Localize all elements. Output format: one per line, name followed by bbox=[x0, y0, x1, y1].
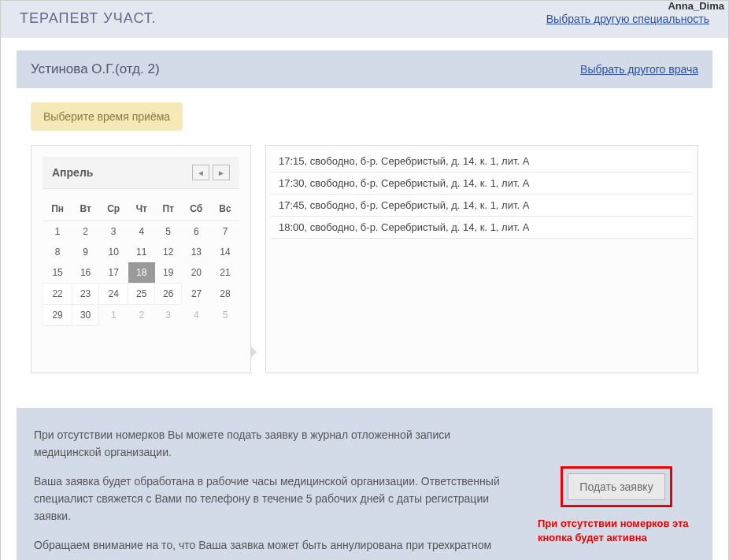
calendar-day[interactable]: 8 bbox=[43, 242, 72, 262]
speciality-title: ТЕРАПЕВТ УЧАСТ. bbox=[20, 10, 157, 27]
calendar-weekday: Вт bbox=[72, 197, 99, 221]
calendar-day[interactable]: 4 bbox=[128, 221, 155, 243]
timeslots-panel: 17:15, свободно, б-р. Серебристый, д. 14… bbox=[265, 145, 698, 373]
deferred-request-box: При отсутствии номерков Вы можете подать… bbox=[17, 408, 712, 560]
submit-request-button[interactable]: Подать заявку bbox=[568, 473, 664, 500]
calendar-day[interactable]: 24 bbox=[98, 284, 128, 305]
calendar-day[interactable]: 1 bbox=[43, 221, 72, 243]
calendar-day[interactable]: 19 bbox=[155, 262, 182, 284]
calendar-day[interactable]: 27 bbox=[182, 284, 211, 305]
calendar-day[interactable]: 14 bbox=[211, 242, 239, 262]
calendar-day[interactable]: 20 bbox=[182, 262, 211, 284]
calendar-day[interactable]: 9 bbox=[72, 242, 99, 262]
calendar-day[interactable]: 25 bbox=[128, 284, 155, 305]
watermark-user: Anna_Dima bbox=[668, 0, 724, 12]
app-container: ТЕРАПЕВТ УЧАСТ. Выбрать другую специальн… bbox=[0, 0, 729, 560]
doctor-name: Устинова О.Г.(отд. 2) bbox=[31, 61, 160, 77]
timeslot-item[interactable]: 18:00, свободно, б-р. Серебристый, д. 14… bbox=[271, 217, 693, 239]
submit-highlight-frame: Подать заявку bbox=[561, 466, 672, 507]
calendar-weekday: Сб bbox=[182, 197, 211, 221]
calendar-day[interactable]: 2 bbox=[72, 221, 99, 243]
note-paragraph-2: Ваша заявка будет обработана в рабочие ч… bbox=[34, 473, 514, 525]
panels: Апрель ◄ ► ПнВтСрЧтПтСбВс 12345678910111… bbox=[31, 145, 698, 373]
calendar-nav: ◄ ► bbox=[192, 165, 230, 180]
calendar-day[interactable]: 28 bbox=[211, 284, 239, 305]
submit-hint-text: При отсутствии номерков эта кнопка будет… bbox=[538, 517, 695, 544]
select-time-badge: Выберите время приёма bbox=[31, 102, 183, 131]
deferred-request-text: При отсутствии номерков Вы можете подать… bbox=[34, 427, 514, 560]
calendar-day[interactable]: 7 bbox=[211, 221, 239, 243]
calendar-day[interactable]: 10 bbox=[98, 242, 128, 262]
calendar-day[interactable]: 1 bbox=[98, 305, 128, 326]
calendar-day[interactable]: 21 bbox=[211, 262, 239, 284]
calendar-day[interactable]: 29 bbox=[43, 305, 72, 326]
calendar-day[interactable]: 18 bbox=[128, 262, 155, 284]
calendar-weekday: Вс bbox=[211, 197, 239, 221]
note-paragraph-3: Обращаем внимание на то, что Ваша заявка… bbox=[34, 537, 514, 560]
calendar-weekday: Пт bbox=[155, 197, 182, 221]
prev-month-button[interactable]: ◄ bbox=[192, 165, 209, 180]
calendar-day[interactable]: 17 bbox=[98, 262, 128, 284]
calendar-table: ПнВтСрЧтПтСбВс 1234567891011121314151617… bbox=[43, 197, 239, 326]
calendar-day[interactable]: 15 bbox=[43, 262, 72, 284]
doctor-header: Устинова О.Г.(отд. 2) Выбрать другого вр… bbox=[17, 50, 712, 88]
calendar-day[interactable]: 16 bbox=[72, 262, 99, 284]
calendar-day[interactable]: 6 bbox=[182, 221, 211, 243]
main-content: Выберите время приёма Апрель ◄ ► ПнВтСрЧ… bbox=[17, 88, 712, 395]
calendar-day[interactable]: 3 bbox=[155, 305, 182, 326]
timeslot-item[interactable]: 17:45, свободно, б-р. Серебристый, д. 14… bbox=[271, 195, 693, 217]
change-doctor-link[interactable]: Выбрать другого врача bbox=[580, 63, 698, 76]
calendar-panel: Апрель ◄ ► ПнВтСрЧтПтСбВс 12345678910111… bbox=[31, 145, 251, 373]
calendar-month-name: Апрель bbox=[52, 166, 93, 179]
deferred-request-action: Подать заявку При отсутствии номерков эт… bbox=[538, 427, 695, 560]
calendar-weekday: Чт bbox=[128, 197, 155, 221]
speciality-header: ТЕРАПЕВТ УЧАСТ. Выбрать другую специальн… bbox=[1, 1, 728, 38]
calendar-day[interactable]: 26 bbox=[155, 284, 182, 305]
calendar-day[interactable]: 4 bbox=[182, 305, 211, 326]
note-paragraph-1: При отсутствии номерков Вы можете подать… bbox=[34, 427, 514, 461]
calendar-month-row: Апрель ◄ ► bbox=[43, 157, 239, 189]
calendar-day[interactable]: 5 bbox=[211, 305, 239, 326]
calendar-weekday: Ср bbox=[98, 197, 128, 221]
calendar-day[interactable]: 22 bbox=[43, 284, 72, 305]
change-speciality-link[interactable]: Выбрать другую специальность bbox=[546, 13, 709, 25]
calendar-day[interactable]: 30 bbox=[72, 305, 99, 326]
calendar-day[interactable]: 13 bbox=[182, 242, 211, 262]
calendar-day[interactable]: 3 bbox=[98, 221, 128, 243]
calendar-day[interactable]: 5 bbox=[155, 221, 182, 243]
timeslot-item[interactable]: 17:15, свободно, б-р. Серебристый, д. 14… bbox=[271, 150, 693, 172]
calendar-day[interactable]: 11 bbox=[128, 242, 155, 262]
calendar-day[interactable]: 2 bbox=[128, 305, 155, 326]
calendar-weekday: Пн bbox=[43, 197, 72, 221]
calendar-day[interactable]: 12 bbox=[155, 242, 182, 262]
timeslot-item[interactable]: 17:30, свободно, б-р. Серебристый, д. 14… bbox=[271, 172, 693, 195]
calendar-day[interactable]: 23 bbox=[72, 284, 99, 305]
next-month-button[interactable]: ► bbox=[213, 165, 230, 180]
